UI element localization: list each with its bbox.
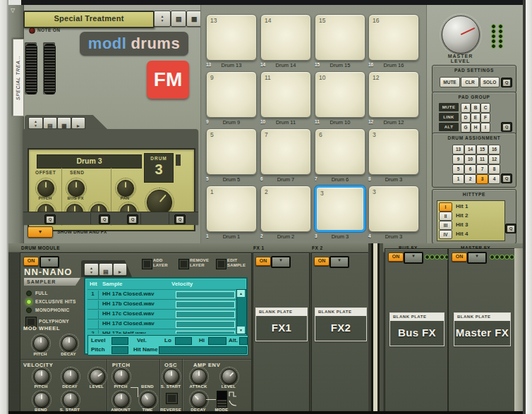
pitch-pitch-knob[interactable] — [114, 369, 129, 384]
q-button-send[interactable]: Q — [99, 214, 110, 224]
assign-12[interactable]: 12 — [488, 154, 500, 164]
pad-8[interactable]: 3 8Drum 3 — [368, 128, 419, 183]
remove-layer-button[interactable] — [179, 259, 189, 269]
pad-11[interactable]: 10 11Drum 10 — [315, 71, 365, 126]
q-button-drum-assignment[interactable]: Q — [501, 173, 512, 183]
pitch-field[interactable] — [111, 346, 128, 354]
master-fx-module-dropdown[interactable]: ▼ — [467, 252, 487, 264]
q-button-hit-type[interactable]: Q — [505, 224, 516, 233]
pad-surface[interactable]: 15 — [315, 14, 365, 61]
drum-select-spinner[interactable]: ▲▼ — [28, 117, 43, 129]
pad-2[interactable]: 2 2Drum 2 — [260, 185, 311, 241]
sampler-on-button[interactable]: ON — [23, 257, 39, 266]
hit-name-field[interactable] — [159, 346, 247, 354]
velocity-level-knob[interactable] — [90, 369, 105, 384]
q-button-pan-tone[interactable]: Q — [127, 214, 138, 224]
edit-sample-button[interactable] — [216, 259, 226, 269]
offset-pitch-knob[interactable] — [37, 180, 54, 197]
hit-type-4-button[interactable]: IV — [439, 230, 452, 239]
assign-11[interactable]: 11 — [476, 154, 488, 164]
group-key-f[interactable]: F — [480, 113, 490, 123]
velocity-bend-knob[interactable] — [34, 392, 49, 408]
send-busfx-knob[interactable] — [68, 180, 85, 197]
assign-6[interactable]: 6 — [464, 164, 476, 174]
pad-surface[interactable]: 16 — [368, 14, 419, 61]
mute-button[interactable]: MUTE — [440, 77, 460, 87]
sample-preview-button[interactable]: ► — [113, 263, 127, 276]
drum-preview-button[interactable]: ► — [71, 117, 85, 129]
sample-browse-button[interactable]: ▤ — [99, 263, 113, 276]
sample-row[interactable]: HH 17d Closed.wav — [87, 319, 236, 329]
pad-10[interactable]: 11 10Drum 11 — [260, 71, 311, 126]
assign-9[interactable]: 9 — [452, 154, 464, 164]
patch-browse-button[interactable]: ▤ — [171, 11, 186, 27]
clr-button[interactable]: CLR — [461, 77, 479, 87]
pad-6[interactable]: 7 6Drum 7 — [260, 128, 311, 183]
pad-12[interactable]: 12 12Drum 12 — [368, 71, 419, 126]
pad-surface[interactable]: 11 — [260, 71, 311, 118]
pad-surface[interactable]: 6 — [315, 128, 365, 175]
pad-surface[interactable]: 2 — [260, 185, 311, 232]
patch-select-spinner[interactable]: ▲▼ — [154, 11, 171, 27]
exclusive-hits-led[interactable] — [26, 299, 32, 305]
assign-1[interactable]: 1 — [452, 174, 464, 184]
pad-surface[interactable]: 3 — [368, 185, 419, 232]
q-button-offset[interactable]: Q — [44, 214, 56, 224]
group-key-a[interactable]: A — [461, 103, 471, 113]
hit-type-1-button[interactable]: I — [439, 202, 452, 212]
pitch-wheel[interactable] — [25, 44, 37, 95]
assign-5[interactable]: 5 — [452, 164, 464, 174]
sample-row[interactable]: HH 17c Closed.wav — [87, 310, 236, 319]
sample-row[interactable]: HH 17b Closed.wav — [87, 300, 236, 310]
mod-wheel[interactable] — [44, 44, 56, 95]
full-mode-led[interactable] — [26, 291, 32, 296]
velocity-bar[interactable] — [176, 321, 235, 328]
pad-surface[interactable]: 1 — [206, 185, 257, 232]
group-key-c[interactable]: C — [480, 103, 490, 113]
fx2-module-dropdown[interactable]: ▼ — [330, 256, 349, 268]
pad-surface[interactable]: 14 — [260, 14, 311, 61]
hit-type-3-button[interactable]: III — [439, 221, 452, 230]
q-button-level[interactable]: Q — [174, 214, 186, 224]
group-key-e[interactable]: E — [471, 113, 480, 123]
group-key-i[interactable]: I — [480, 123, 490, 133]
assign-3-selected[interactable]: 3 — [476, 174, 488, 184]
solo-button[interactable]: SOLO — [480, 77, 500, 87]
assign-15[interactable]: 15 — [476, 145, 488, 154]
fx1-module-dropdown[interactable]: ▼ — [271, 256, 291, 268]
assign-10[interactable]: 10 — [464, 154, 476, 164]
lo-field[interactable] — [175, 337, 192, 345]
level-field[interactable] — [111, 337, 128, 345]
modwheel-decay-knob[interactable] — [61, 336, 77, 351]
pad-16[interactable]: 16 16Drum 16 — [368, 14, 419, 69]
group-key-d[interactable]: D — [461, 113, 471, 123]
pitch-time-knob[interactable] — [140, 392, 156, 408]
pad-15[interactable]: 15 15Drum 15 — [315, 14, 365, 69]
pad-surface[interactable]: 5 — [206, 128, 257, 175]
velocity-bar[interactable] — [176, 331, 235, 334]
sample-row[interactable]: 1 HH 17a Closed.wav — [87, 290, 236, 300]
osc-sstart-knob[interactable] — [164, 369, 179, 384]
drum-save-button[interactable]: ▦ — [57, 117, 71, 129]
sample-row[interactable]: 2 HH 17e Half.wav — [87, 329, 236, 334]
velocity-decay-knob[interactable] — [63, 369, 78, 384]
alt-field[interactable] — [239, 337, 248, 345]
pad-4[interactable]: 3 4Drum 3 — [368, 185, 419, 241]
drum-name-display[interactable]: Drum 3 — [37, 154, 142, 169]
bus-fx-on-button[interactable]: ON — [388, 252, 404, 262]
hi-field[interactable] — [208, 337, 226, 345]
ampenv-decay-knob[interactable] — [191, 392, 207, 408]
pad-surface[interactable]: 10 — [315, 71, 365, 118]
patch-name-display[interactable]: Special Treatment — [23, 11, 155, 28]
sample-select-spinner[interactable]: ▲▼ — [84, 263, 99, 276]
assign-13[interactable]: 13 — [452, 145, 464, 154]
reverse-button[interactable] — [166, 393, 178, 404]
pad-14[interactable]: 14 14Drum 14 — [260, 14, 311, 69]
scroll-up-icon[interactable]: ▲ — [237, 290, 245, 297]
velocity-sstart-knob[interactable] — [63, 392, 78, 408]
sample-list-scrollbar[interactable]: ▲ ▼ — [236, 289, 247, 334]
patch-save-button[interactable]: ▦ — [186, 11, 202, 27]
show-drum-fx-button[interactable]: ▼ — [28, 226, 53, 238]
pad-7[interactable]: 6 7Drum 6 — [315, 128, 365, 183]
pad-3-selected[interactable]: 3 3Drum 3 — [315, 185, 365, 241]
